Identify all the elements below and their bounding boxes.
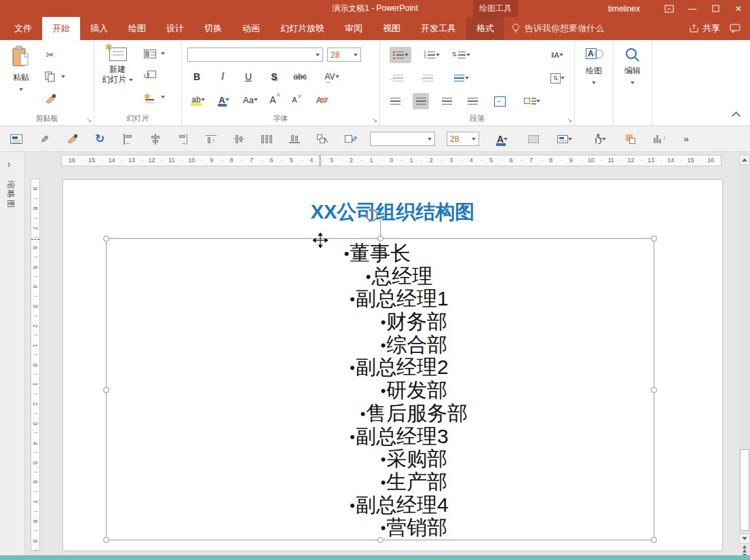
rotation-handle-icon[interactable] bbox=[364, 208, 379, 223]
columns-button[interactable] bbox=[449, 70, 472, 86]
collapse-ribbon-icon[interactable] bbox=[732, 111, 740, 120]
font-size-combo[interactable]: 28 bbox=[327, 48, 361, 62]
tab-transitions[interactable]: 切换 bbox=[194, 17, 232, 40]
slide-list-item[interactable]: •采购部 bbox=[140, 447, 688, 470]
tab-animations[interactable]: 动画 bbox=[232, 17, 270, 40]
shapes-icon[interactable] bbox=[622, 131, 639, 147]
slide-canvas[interactable]: XX公司组织结构图 •董事长•总经理•副总经理1•财务部•综合部•副总经理2•研… bbox=[62, 179, 723, 551]
tab-draw[interactable]: 绘图 bbox=[118, 17, 156, 40]
align-left-button[interactable] bbox=[387, 93, 403, 109]
tell-me-box[interactable]: 告诉我你想要做什么 bbox=[511, 17, 604, 40]
selected-text-box[interactable]: •董事长•总经理•副总经理1•财务部•综合部•副总经理2•研发部•售后服务部•副… bbox=[106, 238, 654, 540]
section-caret[interactable] bbox=[161, 96, 165, 98]
align-center-objects-icon[interactable] bbox=[147, 131, 164, 147]
toolbar-font-name-combo[interactable] bbox=[370, 132, 435, 146]
align-middle-objects-icon[interactable] bbox=[231, 131, 247, 147]
scroll-up-button[interactable] bbox=[739, 155, 750, 165]
scroll-down-button[interactable] bbox=[739, 534, 750, 544]
bullets-button[interactable] bbox=[390, 47, 411, 63]
convert-smartart-button[interactable] bbox=[520, 93, 544, 109]
toolbar-font-color-icon[interactable]: A bbox=[491, 131, 514, 147]
distribute-horizontal-icon[interactable] bbox=[259, 131, 275, 147]
align-right-button[interactable] bbox=[438, 93, 455, 109]
comments-button[interactable] bbox=[730, 17, 740, 40]
slide-list-item[interactable]: •董事长 bbox=[104, 242, 651, 265]
increase-indent-button[interactable]: → bbox=[419, 70, 436, 86]
drawing-button[interactable]: A 绘图 bbox=[579, 47, 609, 88]
align-top-objects-icon[interactable]: ↑ bbox=[203, 131, 219, 147]
slide-list-item[interactable]: •生产部 bbox=[140, 470, 688, 493]
slide-list-item[interactable]: •研发部 bbox=[140, 379, 688, 402]
cut-button[interactable]: ✂ bbox=[42, 47, 58, 63]
text-shadow-button[interactable]: S bbox=[266, 69, 282, 85]
tab-insert[interactable]: 插入 bbox=[80, 17, 118, 40]
slide-list-item[interactable]: •总经理 bbox=[126, 265, 673, 288]
chart-icon[interactable]: ↓ bbox=[650, 131, 667, 147]
slide-list-item[interactable]: •营销部 bbox=[140, 516, 688, 539]
line-spacing-button[interactable]: ⇅ bbox=[451, 47, 474, 63]
maximize-button[interactable] bbox=[704, 0, 727, 17]
slide-title[interactable]: XX公司组织结构图 bbox=[63, 199, 722, 226]
hand-tool-icon[interactable] bbox=[588, 131, 611, 147]
slide-list-item[interactable]: •副总经理4 bbox=[126, 493, 673, 517]
shape-outline-icon[interactable] bbox=[525, 131, 542, 147]
tab-design[interactable]: 设计 bbox=[156, 17, 194, 40]
editing-caret[interactable] bbox=[631, 81, 635, 84]
share-button[interactable]: 共享 bbox=[689, 17, 720, 40]
expand-pane-icon[interactable]: › bbox=[7, 157, 10, 171]
more-commands-button[interactable]: » bbox=[678, 131, 694, 147]
slide-list-item[interactable]: •副总经理3 bbox=[126, 425, 673, 448]
bold-button[interactable]: B bbox=[189, 69, 205, 85]
slide-layout-button[interactable] bbox=[142, 45, 158, 62]
tab-home[interactable]: 开始 bbox=[42, 17, 80, 40]
character-spacing-button[interactable]: AV↔ bbox=[320, 69, 343, 85]
reset-slide-button[interactable]: ↺ bbox=[142, 67, 158, 83]
thumbnails-pane[interactable]: › 缩略图 bbox=[0, 152, 25, 555]
toolbar-font-size-combo[interactable]: 28 bbox=[447, 132, 479, 146]
distributed-button[interactable]: ↔ bbox=[491, 93, 508, 109]
drawing-caret[interactable] bbox=[592, 81, 596, 84]
numbering-button[interactable] bbox=[421, 47, 443, 63]
strikethrough-button[interactable]: abc bbox=[292, 69, 308, 85]
clipboard-dialog-launcher[interactable]: ↘ bbox=[86, 117, 92, 124]
text-direction-button[interactable]: ‖A bbox=[546, 47, 569, 63]
decrease-font-size-button[interactable]: A˅ bbox=[286, 92, 303, 108]
paste-dropdown-caret[interactable] bbox=[19, 88, 23, 91]
font-color-button[interactable]: A bbox=[213, 92, 235, 108]
tab-review[interactable]: 审阅 bbox=[335, 17, 373, 40]
tab-slideshow[interactable]: 幻灯片放映 bbox=[270, 17, 335, 40]
resize-handle-top-center[interactable] bbox=[377, 236, 383, 242]
text-box-style-icon[interactable] bbox=[553, 131, 576, 147]
copy-dropdown-caret[interactable] bbox=[61, 75, 65, 78]
resize-handle-top-left[interactable] bbox=[103, 236, 109, 242]
slide-list-item[interactable]: •财务部 bbox=[140, 310, 688, 333]
ribbon-display-options-icon[interactable] bbox=[658, 0, 681, 17]
italic-button[interactable]: I bbox=[214, 69, 231, 85]
slide-list-item[interactable]: •副总经理1 bbox=[126, 287, 673, 310]
slide-list-item[interactable]: •副总经理2 bbox=[126, 356, 673, 379]
clear-formatting-button[interactable]: A bbox=[311, 92, 327, 108]
section-button[interactable]: ✱ bbox=[142, 89, 158, 105]
paragraph-dialog-launcher[interactable]: ↘ bbox=[567, 117, 572, 124]
highlight-color-button[interactable]: ab bbox=[187, 92, 209, 108]
align-text-button[interactable]: ⇅ bbox=[546, 70, 569, 86]
resize-handle-top-right[interactable] bbox=[651, 236, 657, 242]
decrease-indent-button[interactable]: ← bbox=[390, 70, 406, 86]
format-painter-button[interactable] bbox=[42, 90, 58, 107]
tab-developer[interactable]: 开发工具 bbox=[411, 17, 466, 40]
tab-file[interactable]: 文件 bbox=[4, 17, 42, 40]
tab-format[interactable]: 格式 bbox=[466, 17, 504, 40]
ink-pen-icon[interactable]: ✎ bbox=[36, 131, 52, 147]
align-right-objects-icon[interactable]: → bbox=[175, 131, 191, 147]
justify-button[interactable] bbox=[464, 93, 481, 109]
font-dialog-launcher[interactable]: ↘ bbox=[372, 117, 377, 124]
font-name-combo[interactable] bbox=[187, 48, 323, 62]
close-button[interactable]: ✕ bbox=[727, 0, 750, 17]
new-slide-button[interactable]: ✱ 新建 幻灯片 bbox=[98, 45, 136, 85]
scrollbar-thumb[interactable] bbox=[740, 449, 749, 531]
underline-button[interactable]: U bbox=[240, 69, 257, 85]
new-slide-caret[interactable] bbox=[129, 79, 133, 81]
redo-icon[interactable]: ↻ bbox=[92, 131, 108, 147]
align-center-button[interactable] bbox=[413, 93, 429, 109]
align-bottom-objects-icon[interactable] bbox=[286, 131, 303, 147]
